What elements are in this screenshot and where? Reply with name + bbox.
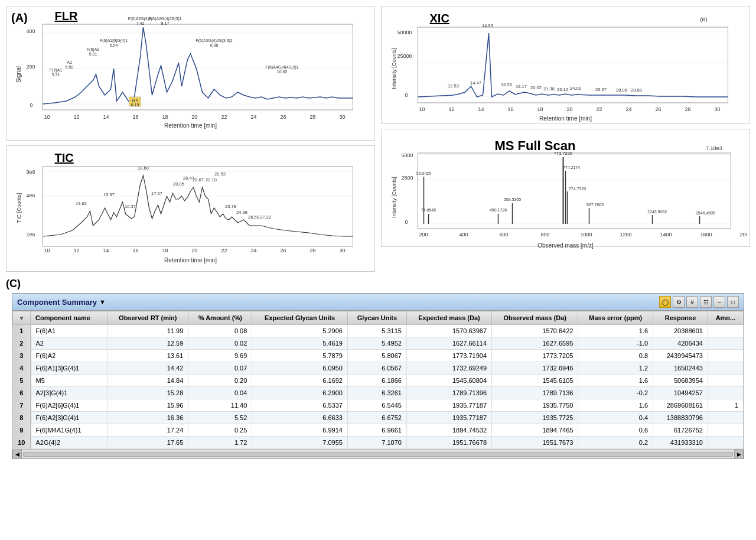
svg-text:26: 26 xyxy=(281,248,286,253)
component-table-container: ▼ Component name Observed RT (min) % Amo… xyxy=(12,311,744,449)
icon-btn-2[interactable]: ⚙ xyxy=(673,296,685,308)
svg-text:14: 14 xyxy=(103,248,109,253)
svg-text:22: 22 xyxy=(597,106,602,112)
svg-text:20: 20 xyxy=(567,106,573,112)
cell-mass-error: 1.6 xyxy=(578,325,653,337)
svg-text:Retention time [min]: Retention time [min] xyxy=(164,257,217,264)
svg-text:1200: 1200 xyxy=(620,232,632,238)
ms-chart-svg: Intensity [Counts] MS Full Scan 7.18e3 5… xyxy=(384,132,747,259)
panel-a-label: (A) xyxy=(11,11,28,25)
cell-row-num: 8 xyxy=(13,412,31,424)
th-pct-amount[interactable]: % Amount (%) xyxy=(188,311,252,325)
svg-text:TIC [Counts]: TIC [Counts] xyxy=(16,193,22,223)
svg-text:1000: 1000 xyxy=(581,232,592,238)
svg-text:17.67: 17.67 xyxy=(151,191,162,196)
cell-name: M5 xyxy=(31,375,107,387)
svg-text:7.18e3: 7.18e3 xyxy=(706,145,722,151)
cell-response: 2869608161 xyxy=(653,399,708,412)
th-obs-rt[interactable]: Observed RT (min) xyxy=(107,311,188,325)
cell-exp-mass: 1773.71904 xyxy=(406,350,491,362)
cell-name: F(6)A2[6]G(4)1 xyxy=(31,399,107,412)
th-mass-error[interactable]: Mass error (ppm) xyxy=(578,311,653,325)
cell-exp-mass: 1627.66114 xyxy=(406,337,491,350)
svg-text:0: 0 xyxy=(405,92,408,98)
cell-row-num: 4 xyxy=(13,362,31,375)
ms-panel: Intensity [Counts] MS Full Scan 7.18e3 5… xyxy=(381,129,750,247)
component-summary-dropdown[interactable]: ▼ xyxy=(99,298,106,305)
svg-text:F(6)A1: F(6)A1 xyxy=(50,68,63,73)
th-amount[interactable]: Amo... xyxy=(708,311,743,325)
cell-glycan-units: 6.5445 xyxy=(347,399,406,412)
cell-pct-amount: 0.25 xyxy=(188,424,252,437)
panel-c-label: (C) xyxy=(6,278,21,290)
icon-btn-minimize[interactable]: – xyxy=(713,296,725,308)
svg-text:18: 18 xyxy=(537,106,543,112)
icon-btn-3[interactable]: # xyxy=(686,296,698,308)
svg-text:30: 30 xyxy=(340,248,346,253)
scroll-left-btn[interactable]: ◀ xyxy=(12,450,22,459)
cell-response: 16502443 xyxy=(653,362,708,375)
th-exp-mass[interactable]: Expected mass (Da) xyxy=(406,311,491,325)
th-sort[interactable]: ▼ xyxy=(13,311,31,325)
th-response[interactable]: Response xyxy=(653,311,708,325)
cell-obs-mass: 1627.6595 xyxy=(492,337,578,350)
cell-response: 50683954 xyxy=(653,375,708,387)
th-obs-mass[interactable]: Observed mass (Da) xyxy=(492,311,578,325)
cell-pct-amount: 0.20 xyxy=(188,375,252,387)
icon-btn-4[interactable]: ☷ xyxy=(700,296,712,308)
svg-text:22: 22 xyxy=(221,114,227,120)
horizontal-scrollbar[interactable]: ◀ ▶ xyxy=(12,449,744,458)
svg-text:26: 26 xyxy=(656,106,662,112)
cell-exp-glycan: 6.9914 xyxy=(252,424,348,437)
main-container: (A) Signal FLR 400 200 0 10 12 14 16 18 xyxy=(0,0,756,468)
svg-text:28: 28 xyxy=(685,106,691,112)
svg-text:Intensity [Counts]: Intensity [Counts] xyxy=(391,177,397,218)
svg-text:14.83: 14.83 xyxy=(482,23,493,28)
svg-text:50000: 50000 xyxy=(397,30,412,35)
scroll-right-btn[interactable]: ▶ xyxy=(734,450,744,459)
cell-pct-amount: 0.07 xyxy=(188,362,252,375)
cell-response: 431933310 xyxy=(653,437,708,449)
cell-obs-mass: 1732.6946 xyxy=(492,362,578,375)
cell-row-num: 2 xyxy=(13,337,31,350)
svg-rect-126 xyxy=(418,153,731,229)
cell-exp-mass: 1935.77187 xyxy=(406,412,491,424)
svg-text:12: 12 xyxy=(74,248,80,253)
svg-text:450.1726: 450.1726 xyxy=(490,208,507,212)
flr-chart-svg: Signal FLR 400 200 0 10 12 14 16 18 20 2… xyxy=(9,9,372,134)
svg-text:24.02: 24.02 xyxy=(570,86,581,91)
svg-text:4e6: 4e6 xyxy=(27,193,35,199)
svg-text:10: 10 xyxy=(44,248,50,253)
th-exp-glycan[interactable]: Expected Glycan Units xyxy=(252,311,348,325)
svg-text:10.60: 10.60 xyxy=(277,70,288,74)
cell-amount xyxy=(708,325,743,337)
cell-obs-mass: 1935.7750 xyxy=(492,399,578,412)
svg-text:10: 10 xyxy=(44,114,50,120)
cell-obs-mass: 1570.6422 xyxy=(492,325,578,337)
cell-mass-error: -0.2 xyxy=(578,387,653,399)
cell-obs-rt: 17.24 xyxy=(107,424,188,437)
cell-exp-mass: 1789.71396 xyxy=(406,387,491,399)
icon-btn-1[interactable]: ◯ xyxy=(659,296,671,308)
cell-exp-mass: 1951.76678 xyxy=(406,437,491,449)
cell-glycan-units: 7.1070 xyxy=(347,437,406,449)
th-component-name[interactable]: Component name xyxy=(31,311,107,325)
svg-text:2000: 2000 xyxy=(740,232,747,238)
svg-text:TIC: TIC xyxy=(55,151,74,164)
svg-text:F(6)A2: F(6)A2 xyxy=(87,47,100,52)
table-row: 7 F(6)A2[6]G(4)1 15.96 11.40 6.5337 6.54… xyxy=(13,399,744,412)
cell-row-num: 6 xyxy=(13,387,31,399)
svg-text:24: 24 xyxy=(251,248,257,253)
cell-pct-amount: 0.08 xyxy=(188,325,252,337)
svg-text:26.50: 26.50 xyxy=(248,214,259,220)
cell-glycan-units: 6.3261 xyxy=(347,387,406,399)
cell-obs-mass: 1935.7725 xyxy=(492,412,578,424)
th-glycan-units[interactable]: Glycan Units xyxy=(347,311,406,325)
cell-pct-amount: 11.40 xyxy=(188,399,252,412)
svg-text:Observed mass [m/z]: Observed mass [m/z] xyxy=(537,242,594,249)
svg-text:10: 10 xyxy=(419,106,425,112)
cell-obs-mass: 1773.7205 xyxy=(492,350,578,362)
table-header-row: ▼ Component name Observed RT (min) % Amo… xyxy=(13,311,744,325)
icon-btn-maximize[interactable]: □ xyxy=(727,296,739,308)
component-summary-header: Component Summary ▼ ◯ ⚙ # ☷ – □ xyxy=(12,294,744,311)
